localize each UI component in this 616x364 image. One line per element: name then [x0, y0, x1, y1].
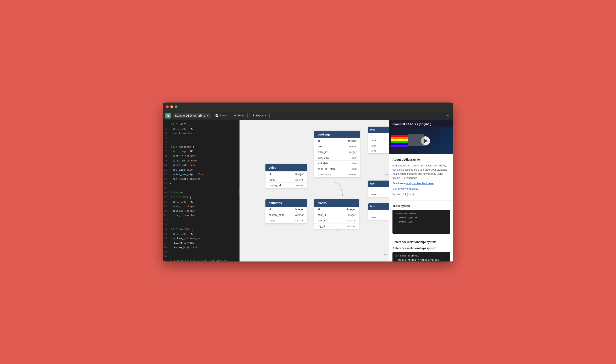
syntax-section: Table syntax Table tablename { field1 ty… — [389, 201, 453, 237]
reviews-label: revie — [382, 253, 387, 255]
code-line: 25 id integer PK — [163, 232, 239, 236]
syntax-title: Table syntax — [393, 204, 450, 208]
holistics-link[interactable]: holistics.io — [393, 168, 405, 171]
code-line: 21 city_id varchar — [163, 213, 239, 218]
video-section: Nyan Cat 10 hours (original) — [389, 120, 453, 154]
table-row: address varchar — [314, 218, 359, 223]
maximize-button[interactable] — [175, 105, 177, 108]
code-line: 13 num_nights integer — [163, 177, 239, 181]
code-line: 17 Table places { — [163, 195, 239, 200]
nyan-cat-body — [408, 134, 424, 146]
right-panel: Nyan Cat 10 hours (original) — [389, 120, 453, 261]
logo-icon: ◈ — [165, 113, 171, 118]
code-line: 5 — [163, 140, 239, 145]
table-row: start_date date — [314, 155, 360, 161]
ref-title2: Reference (relationship) syntax — [393, 246, 450, 250]
table-row: num_nights integer — [314, 172, 360, 177]
code-line: 28 review_body text — [163, 245, 239, 250]
code-line: 11 end_date date — [163, 168, 239, 172]
about-title: About dbdiagram.io — [393, 157, 450, 162]
table-places-header: places — [314, 199, 359, 207]
table-cities[interactable]: cities id integer name varchar country_i… — [265, 164, 307, 188]
about-section: About dbdiagram.io dbdiagram.io is a qui… — [389, 154, 453, 201]
project-selector[interactable]: Sample DBD for Airbnb ▾ — [173, 113, 210, 118]
table-row: name varchar — [265, 218, 307, 223]
chevron-down-icon: ▾ — [207, 114, 208, 117]
rainbow-graphic — [391, 135, 408, 147]
feedback-link[interactable]: add your feedback here — [406, 182, 433, 185]
minimize-button[interactable] — [170, 105, 173, 108]
code-line: 20 address varchar — [163, 209, 239, 213]
about-text1: dbdiagram.io is a quick and simple tool … — [393, 164, 450, 180]
dropdown-icon: ▾ — [265, 114, 266, 117]
table-cities-header: cities — [265, 164, 307, 171]
panel-close-button[interactable]: ✕ — [444, 113, 451, 119]
table-users-partial: use id ema — [368, 181, 389, 197]
table-row: country_code varchar — [265, 212, 307, 218]
code-line: 26 booking_id integer — [163, 236, 239, 241]
diagram-canvas[interactable]: revi id book ratin revie use id ema hos … — [239, 120, 389, 261]
video-title: Nyan Cat 10 hours (original) — [389, 120, 453, 127]
code-line: 31 // A host is also a user, but with ac — [163, 259, 239, 261]
table-row: price_per_night float — [314, 166, 360, 172]
code-line: 12 price_per_night float — [163, 172, 239, 177]
export-button[interactable]: ⬇ Export ▾ — [249, 113, 270, 118]
toolbar: ◈ Sample DBD for Airbnb ▾ 💾 Save ↪ Share… — [163, 111, 453, 120]
table-bookings[interactable]: bookings id integer user_id integer plac… — [314, 131, 360, 177]
app-window: ◈ Sample DBD for Airbnb ▾ 💾 Save ↪ Share… — [163, 103, 453, 261]
close-button[interactable] — [166, 105, 169, 108]
table-bookings-header: bookings — [314, 131, 360, 138]
code-line: 23 — [163, 222, 239, 227]
code-line: 30 — [163, 254, 239, 259]
about-text2: Feel free to add your feedback here — [393, 181, 450, 185]
code-line: 3 email varchar — [163, 131, 239, 136]
save-icon: 💾 — [215, 114, 219, 117]
code-line: 14 } — [163, 181, 239, 186]
share-icon: ↪ — [234, 114, 236, 117]
code-line: 9 place_id integer — [163, 158, 239, 163]
table-places[interactable]: places id integer host_id integer addres… — [314, 199, 359, 229]
code-line: 15 — [163, 186, 239, 191]
code-line: 22 } — [163, 218, 239, 222]
table-reviews-partial: revi id book ratin revie — [368, 127, 389, 153]
code-line: 19 host_id integer — [163, 204, 239, 209]
export-icon: ⬇ — [252, 114, 255, 117]
code-line: 1 Table users { — [163, 122, 239, 127]
ref-code: Ref name-optional { table1.field1 < tabl… — [393, 252, 450, 261]
collapse-panel-button[interactable]: ◀ — [239, 187, 239, 195]
code-line: 27 rating tinyint — [163, 241, 239, 245]
privacy-link-p: Our privacy and policy — [393, 187, 450, 191]
code-line: 24 Table reviews { — [163, 227, 239, 232]
table-row: name varchar — [265, 177, 307, 183]
version-text: Version: 0.1 (Beta) — [393, 192, 450, 196]
table-row: end_date date — [314, 161, 360, 166]
code-line: 29 } — [163, 250, 239, 254]
code-line: 2 id integer PK — [163, 127, 239, 131]
syntax-code: Table tablename { field1 type PK field2 … — [393, 210, 450, 234]
table-row: user_id integer — [314, 144, 360, 149]
code-line: 16 // Places — [163, 191, 239, 195]
table-countries-header: countries — [265, 199, 307, 207]
project-name: Sample DBD for Airbnb — [175, 114, 205, 117]
table-row: country_id integer — [265, 183, 307, 188]
code-line: 10 start_date date — [163, 163, 239, 168]
code-line: 18 id integer PK — [163, 200, 239, 204]
ref-title1: Reference (relationship) syntax — [393, 240, 450, 244]
table-countries[interactable]: countries id integer country_code varcha… — [265, 199, 307, 223]
table-hosts-partial: hos id user — [368, 203, 389, 220]
code-line: 7 id integer PK — [163, 149, 239, 154]
code-editor[interactable]: ◀ 1 Table users { 2 id integer PK 3 emai… — [163, 120, 239, 261]
titlebar — [163, 103, 453, 111]
save-button[interactable]: 💾 Save — [212, 113, 229, 118]
ref-section: Reference (relationship) syntax Referenc… — [389, 237, 453, 261]
code-line: 6 Table bookings { — [163, 145, 239, 149]
code-line: 4 } — [163, 136, 239, 140]
play-icon — [424, 139, 428, 143]
table-row: place_id integer — [314, 149, 360, 155]
share-button[interactable]: ↪ Share — [231, 113, 248, 118]
privacy-link[interactable]: Our privacy and policy — [393, 187, 418, 190]
video-container[interactable] — [389, 127, 453, 154]
table-row: city_id varchar — [314, 223, 359, 229]
code-line: 8 user_id integer — [163, 154, 239, 158]
main-area: ◀ 1 Table users { 2 id integer PK 3 emai… — [163, 120, 453, 261]
